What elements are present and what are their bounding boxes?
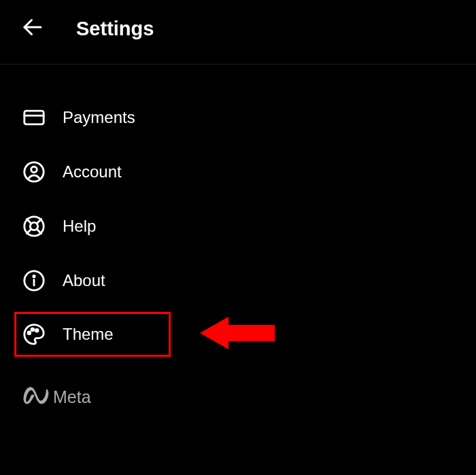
header: Settings (0, 0, 476, 65)
info-icon (22, 268, 46, 293)
back-button[interactable] (16, 12, 49, 45)
svg-line-10 (27, 229, 31, 233)
svg-line-7 (27, 219, 31, 223)
settings-item-help[interactable]: Help (16, 199, 460, 253)
svg-point-4 (31, 166, 37, 173)
page-title: Settings (76, 18, 154, 40)
settings-list: Payments Account Help (0, 65, 476, 357)
help-icon (22, 214, 46, 239)
svg-point-15 (31, 328, 34, 331)
svg-line-8 (37, 229, 41, 233)
svg-rect-1 (24, 111, 44, 124)
svg-marker-17 (200, 317, 275, 349)
settings-item-about[interactable]: About (16, 253, 460, 308)
meta-logo-icon (23, 387, 49, 407)
settings-item-label: Account (63, 162, 122, 181)
settings-item-label: Theme (63, 325, 114, 344)
settings-item-label: About (63, 271, 105, 290)
svg-point-13 (33, 275, 35, 277)
settings-item-theme[interactable]: Theme (14, 312, 171, 357)
settings-item-payments[interactable]: Payments (16, 90, 460, 145)
settings-item-label: Help (63, 217, 96, 236)
svg-point-14 (28, 332, 31, 334)
svg-point-16 (35, 329, 38, 332)
settings-item-account[interactable]: Account (16, 145, 460, 199)
credit-card-icon (22, 105, 46, 130)
palette-icon (22, 322, 46, 347)
settings-item-label: Payments (63, 108, 135, 127)
arrow-left-icon (20, 15, 45, 42)
account-circle-icon (22, 160, 46, 184)
svg-line-9 (37, 219, 41, 223)
annotation-arrow-icon (200, 313, 275, 356)
brand-label: Meta (53, 387, 91, 407)
footer-brand: Meta (0, 361, 476, 407)
